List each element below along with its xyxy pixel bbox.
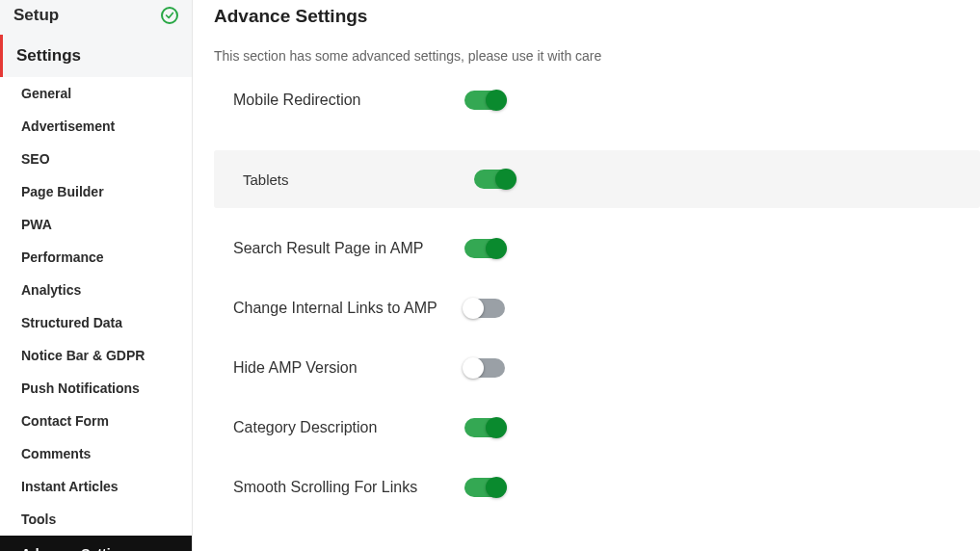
- toggle-knob: [486, 477, 507, 498]
- sidebar-item-advertisement[interactable]: Advertisement: [0, 110, 192, 143]
- sidebar: Setup Settings GeneralAdvertisementSEOPa…: [0, 0, 193, 551]
- sidebar-item-seo[interactable]: SEO: [0, 143, 192, 175]
- toggle-search-result-page-in-amp[interactable]: [464, 239, 505, 258]
- option-row-hide-amp-version: Hide AMP Version: [214, 358, 980, 378]
- option-row-tablets: Tablets: [214, 150, 980, 208]
- sidebar-item-analytics[interactable]: Analytics: [0, 274, 192, 306]
- option-label: Mobile Redirection: [214, 92, 464, 109]
- sidebar-item-performance[interactable]: Performance: [0, 241, 192, 274]
- sidebar-item-page-builder[interactable]: Page Builder: [0, 175, 192, 208]
- sidebar-items: GeneralAdvertisementSEOPage BuilderPWAPe…: [0, 77, 192, 551]
- page-description: This section has some advanced settings,…: [214, 48, 980, 64]
- sidebar-item-tools[interactable]: Tools: [0, 503, 192, 536]
- option-row-change-internal-links-to-amp: Change Internal Links to AMP: [214, 299, 980, 318]
- check-circle-icon: [161, 7, 178, 24]
- toggle-smooth-scrolling-for-links[interactable]: [464, 478, 505, 497]
- sidebar-item-push-notifications[interactable]: Push Notifications: [0, 372, 192, 405]
- sidebar-item-notice-bar-gdpr[interactable]: Notice Bar & GDPR: [0, 339, 192, 372]
- toggle-knob: [463, 298, 484, 319]
- toggle-tablets[interactable]: [474, 170, 515, 189]
- sidebar-item-contact-form[interactable]: Contact Form: [0, 405, 192, 437]
- toggle-hide-amp-version[interactable]: [464, 358, 505, 378]
- option-label: Tablets: [214, 171, 474, 188]
- sidebar-item-comments[interactable]: Comments: [0, 437, 192, 470]
- option-row-category-description: Category Description: [214, 418, 980, 437]
- sidebar-item-general[interactable]: General: [0, 77, 192, 110]
- option-label: Smooth Scrolling For Links: [214, 479, 464, 496]
- toggle-knob: [495, 169, 516, 190]
- option-label: Category Description: [214, 419, 464, 436]
- toggle-knob: [486, 90, 507, 111]
- setup-label: Setup: [13, 6, 59, 25]
- sidebar-item-pwa[interactable]: PWA: [0, 208, 192, 241]
- option-label: Hide AMP Version: [214, 359, 464, 377]
- main-content: Advance Settings This section has some a…: [193, 0, 980, 551]
- toggle-knob: [486, 417, 507, 438]
- toggle-change-internal-links-to-amp[interactable]: [464, 299, 505, 318]
- option-row-search-result-page-in-amp: Search Result Page in AMP: [214, 239, 980, 258]
- toggle-category-description[interactable]: [464, 418, 505, 437]
- sidebar-setup-row[interactable]: Setup: [0, 0, 192, 35]
- option-label: Search Result Page in AMP: [214, 240, 464, 257]
- option-row-mobile-redirection: Mobile Redirection: [214, 91, 980, 110]
- toggle-mobile-redirection[interactable]: [464, 91, 505, 110]
- sidebar-settings-header[interactable]: Settings: [0, 35, 192, 77]
- page-title: Advance Settings: [214, 6, 980, 27]
- sidebar-item-advance-settings[interactable]: Advance Settings: [0, 536, 192, 551]
- option-label: Change Internal Links to AMP: [214, 300, 464, 317]
- toggle-knob: [463, 357, 484, 379]
- toggle-knob: [486, 238, 507, 259]
- sidebar-item-structured-data[interactable]: Structured Data: [0, 306, 192, 339]
- sidebar-item-instant-articles[interactable]: Instant Articles: [0, 470, 192, 503]
- options-list: Mobile RedirectionTabletsSearch Result P…: [214, 91, 980, 497]
- option-row-smooth-scrolling-for-links: Smooth Scrolling For Links: [214, 478, 980, 497]
